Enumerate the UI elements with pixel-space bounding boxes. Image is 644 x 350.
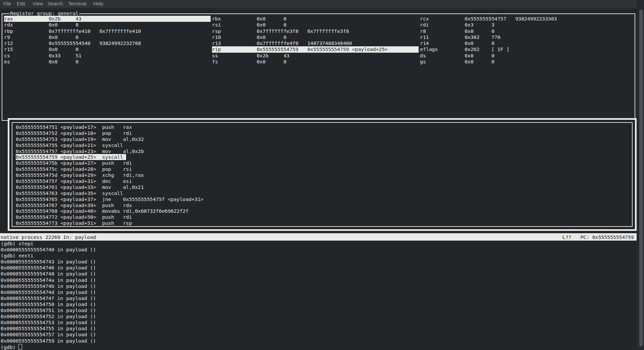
- register-row-r15: r15 0x0 0: [4, 46, 211, 52]
- console-line: 0x0000555555554748 in payload (): [1, 271, 96, 277]
- register-row-rsp: rsp 0x7fffffffe3f8 0x7fffffffe3f8: [212, 28, 419, 34]
- menu-help[interactable]: Help: [93, 1, 103, 6]
- status-process-info: native process 22269 In: payload: [0, 234, 96, 240]
- register-row-rsi: rsi 0x0 0: [212, 22, 419, 28]
- console-line: 0x000055555555474b in payload (): [1, 283, 96, 289]
- console-line: 0x0000555555554759 in payload (): [1, 338, 96, 344]
- scrollbar-track[interactable]: [637, 0, 644, 350]
- status-bar: native process 22269 In: payload L?? PC:…: [0, 233, 637, 241]
- register-row-ss: ss 0x2b 43: [212, 53, 419, 59]
- asm-row: 0x555555554763 <payload+35> syscall: [12, 190, 632, 196]
- menu-edit[interactable]: Edit: [17, 1, 25, 6]
- menu-bar: File Edit View Search Terminal Help: [0, 0, 644, 8]
- console-line: (gdb) stepi: [1, 241, 96, 247]
- register-row-rbx: rbx 0x0 0: [212, 16, 419, 22]
- register-row-r13: r13 0x7fffffffe4f0 140737488348400: [212, 40, 419, 46]
- asm-row: 0x555555554765 <payload+37> jne 0x555555…: [12, 196, 632, 202]
- register-column-3: rcx 0x555555554757 93824992233303 rdi 0x…: [420, 16, 557, 65]
- menu-file[interactable]: File: [3, 1, 11, 6]
- register-row-r14: r14 0x0 0: [420, 40, 557, 46]
- register-row-r9: r9 0x0 0: [4, 34, 211, 40]
- console-line: 0x0000555555554743 in payload (): [1, 259, 96, 265]
- register-column-2: rbx 0x0 0 rsi 0x0 0 rsp 0x7fffffffe3f8 0…: [212, 16, 419, 65]
- asm-row: 0x555555554753 <payload+19> mov al,0x32: [12, 136, 632, 142]
- console-line: 0x0000555555554757 in payload (): [1, 332, 96, 338]
- register-row-r11: r11 0x302 770: [420, 34, 557, 40]
- register-row-eflags: eflags 0x202 [ IF ]: [420, 46, 557, 52]
- menu-search[interactable]: Search: [48, 1, 63, 6]
- console-line: 0x0000555555554751 in payload (): [1, 307, 96, 313]
- register-row-r8: r8 0x0 0: [420, 28, 557, 34]
- console-line: 0x0000555555554753 in payload (): [1, 319, 96, 326]
- register-row-es: es 0x0 0: [4, 59, 211, 65]
- asm-row: 0x555555554751 <payload+17> push rax: [12, 124, 632, 130]
- disassembly-window-border: 0x555555554751 <payload+17> push rax 0x5…: [12, 122, 633, 227]
- gdb-prompt: (gdb): [1, 344, 18, 350]
- register-row-rdi: rdi 0x3 3: [420, 22, 557, 28]
- asm-row: 0x555555554772 <payload+50> push rdi: [12, 214, 632, 220]
- console-line: 0x000055555555474f in payload (): [1, 295, 96, 301]
- menu-view[interactable]: View: [33, 1, 43, 6]
- console-line: 0x000055555555474d in payload (): [1, 289, 96, 295]
- console-line: 0x0000555555554750 in payload (): [1, 301, 96, 307]
- asm-row: 0x555555554755 <payload+21> syscall: [12, 142, 632, 148]
- register-column-1: rax 0x2b 43 rdx 0x0 0 rbp 0x7fffffffe410…: [4, 16, 211, 65]
- register-row-rcx: rcx 0x555555554757 93824992233303: [420, 16, 557, 22]
- console-line: 0x0000555555554755 in payload (): [1, 326, 96, 332]
- asm-row: 0x55555555475d <payload+29> xchg rdi,rax: [12, 172, 632, 178]
- asm-row: 0x55555555475c <payload+28> pop rsi: [12, 166, 632, 172]
- register-row-fs: fs 0x0 0: [212, 59, 419, 65]
- asm-row: 0x555555554767 <payload+39> push rdx: [12, 202, 632, 208]
- register-row-rax: rax 0x2b 43: [4, 16, 211, 22]
- console-line: (gdb) nexti: [1, 253, 96, 259]
- register-row-r12: r12 0x555555554540 93824992232768: [4, 40, 211, 46]
- disassembly-window: 0x555555554751 <payload+17> push rax 0x5…: [8, 118, 637, 231]
- gdb-console[interactable]: (gdb) stepi 0x0000555555554740 in payloa…: [1, 241, 96, 350]
- asm-row: 0x55555555475b <payload+27> push rdi: [12, 160, 632, 166]
- asm-row: 0x555555554768 <payload+40> movabs rdi,0…: [12, 208, 632, 214]
- console-line: 0x0000555555554746 in payload (): [1, 265, 96, 271]
- register-row-gs: gs 0x0 0: [420, 59, 557, 65]
- console-prompt-line[interactable]: (gdb): [1, 344, 96, 350]
- register-row-r10: r10 0x0 0: [212, 34, 419, 40]
- asm-row: 0x555555554761 <payload+33> mov al,0x21: [12, 184, 632, 190]
- register-row-cs: cs 0x33 51: [4, 53, 211, 59]
- asm-row: 0x555555554752 <payload+18> pop rdi: [12, 130, 632, 136]
- register-row-ds: ds 0x0 0: [420, 53, 557, 59]
- asm-row: 0x555555554773 <payload+51> push rsp: [12, 220, 632, 226]
- register-row-rbp: rbp 0x7fffffffe410 0x7fffffffe410: [4, 28, 211, 34]
- console-line: 0x0000555555554752 in payload (): [1, 313, 96, 319]
- terminal-cursor[interactable]: [18, 344, 22, 350]
- terminal-window: File Edit View Search Terminal Help Regi…: [0, 0, 644, 350]
- asm-row-current: >0x555555554759 <payload+25> syscall: [12, 154, 632, 160]
- disassembly-window-gap: 0x555555554751 <payload+17> push rax 0x5…: [9, 120, 635, 229]
- console-line: 0x0000555555554740 in payload (): [1, 247, 96, 253]
- scrollbar-thumb[interactable]: [639, 9, 643, 346]
- asm-row: 0x555555554757 <payload+23> mov al,0x2b: [12, 148, 632, 154]
- console-line: 0x000055555555474a in payload (): [1, 277, 96, 283]
- menu-terminal[interactable]: Terminal: [68, 1, 87, 6]
- register-row-rdx: rdx 0x0 0: [4, 22, 211, 28]
- disassembly-rows: 0x555555554751 <payload+17> push rax 0x5…: [12, 124, 632, 226]
- register-row-rip: rip 0x555555554759 0x555555554759 <paylo…: [212, 46, 419, 52]
- status-pc-info: L?? PC: 0x555555554759: [562, 234, 637, 240]
- register-window-title: Register group: general: [9, 10, 79, 16]
- asm-row: 0x55555555475f <payload+31> dec esi: [12, 178, 632, 184]
